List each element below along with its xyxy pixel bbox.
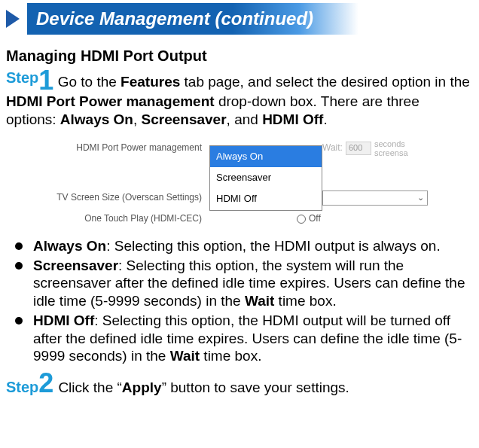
- bullet-desc: time box.: [274, 293, 336, 309]
- step2-text: ” button to save your settings.: [162, 379, 349, 395]
- radio-off-label: Off: [309, 213, 321, 224]
- step1-text: ,: [133, 111, 142, 127]
- bullet-icon: [15, 242, 23, 250]
- chevron-down-icon: ⌄: [417, 193, 424, 203]
- bullet-term: Screensaver: [33, 258, 118, 273]
- header-arrow-icon: [6, 10, 20, 28]
- step-2-paragraph: Step2 Click the “Apply” button to save y…: [6, 371, 473, 397]
- step1-text: , and: [227, 111, 263, 127]
- dropdown-option-hdmi-off[interactable]: HDMI Off: [210, 188, 322, 209]
- field-label-hdmi-power: HDMI Port Power management: [36, 142, 209, 154]
- option-hdmi-off: HDMI Off: [262, 111, 323, 127]
- wait-input[interactable]: 600: [346, 142, 371, 155]
- section-heading: Managing HDMI Port Output: [6, 47, 473, 66]
- step1-text: .: [323, 111, 327, 127]
- header-title: Device Management (continued): [27, 3, 358, 35]
- bullet-item: Screensaver: Selecting this option, the …: [15, 257, 470, 310]
- dropdown-option-screensaver[interactable]: Screensaver: [210, 167, 322, 188]
- bullet-desc: : Selecting this option, the HDMI output…: [106, 238, 441, 254]
- wait-suffix: seconds screensa: [374, 139, 408, 157]
- bullet-icon: [15, 317, 23, 325]
- hdmi-mgmt-word: HDMI Port Power management: [6, 93, 215, 109]
- wait-label: Wait:: [322, 142, 343, 154]
- step-label: Step: [6, 69, 38, 86]
- field-label-tv-size: TV Screen Size (Overscan Settings): [36, 192, 209, 203]
- bullet-term: Always On: [33, 238, 106, 254]
- wait-word: Wait: [170, 348, 200, 364]
- page-header: Device Management (continued): [0, 3, 479, 35]
- step-label: Step: [6, 378, 38, 397]
- tv-size-select[interactable]: ⌄: [322, 190, 428, 206]
- radio-icon: [297, 215, 306, 224]
- dropdown-option-always-on[interactable]: Always On: [210, 146, 322, 167]
- option-screensaver: Screensaver: [142, 111, 227, 127]
- bullet-item: HDMI Off: Selecting this option, the HDM…: [15, 312, 470, 365]
- step2-text: Click the “: [58, 379, 121, 395]
- bullet-desc: time box.: [200, 348, 261, 364]
- step1-text: tab page, and select the desired option …: [180, 74, 470, 90]
- bullet-item: Always On: Selecting this option, the HD…: [15, 237, 470, 255]
- hdmi-power-dropdown[interactable]: Always On Screensaver HDMI Off: [209, 145, 322, 211]
- step-1-number: 1: [38, 65, 53, 96]
- bullet-term: HDMI Off: [33, 312, 94, 328]
- bullet-icon: [15, 262, 23, 270]
- step-2-number: 2: [38, 371, 53, 395]
- radio-off[interactable]: Off: [297, 213, 321, 224]
- field-label-one-touch: One Touch Play (HDMI-CEC): [36, 213, 209, 224]
- apply-word: Apply: [122, 379, 162, 395]
- step-1-paragraph: Step1 Go to the Features tab page, and s…: [6, 69, 473, 129]
- option-always-on: Always On: [60, 111, 133, 127]
- step1-text: Go to the: [53, 74, 121, 90]
- features-word: Features: [121, 74, 180, 90]
- ui-screenshot-figure: HDMI Port Power management Always On Scr…: [36, 138, 443, 230]
- wait-word: Wait: [245, 293, 274, 309]
